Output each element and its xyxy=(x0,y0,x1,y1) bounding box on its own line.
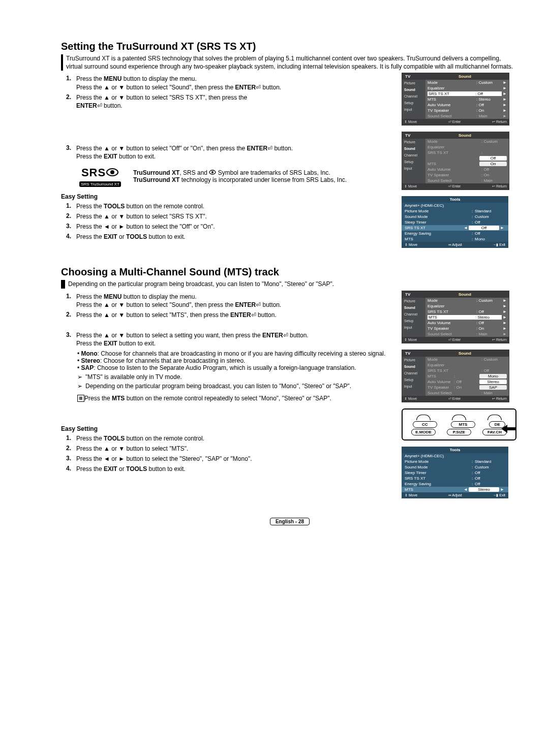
pointer-arrow-icon xyxy=(501,425,516,434)
section1-title: Setting the TruSurround XT (SRS TS XT) xyxy=(61,41,518,52)
note-icon: ➢ xyxy=(77,373,85,381)
step-text: Press the ◄ or ► button to select the "S… xyxy=(76,455,391,463)
section2-title: Choosing a Multi-Channel Sound (MTS) tra… xyxy=(61,266,518,278)
osd-sound-menu: TVSound PictureSound ChannelSetupInput M… xyxy=(402,73,509,125)
remote-psize-button: P.SIZE xyxy=(447,429,471,435)
step-text: Press the MENU button to display the men… xyxy=(76,293,391,309)
step-text: Press the MENU button to display the men… xyxy=(76,75,391,91)
osd-tools-menu: Tools Anynet+ (HDMI-CEC) Picture Mode:St… xyxy=(402,447,508,498)
osd-srs-submenu: TVSound PictureSound ChannelSetupInput M… xyxy=(402,132,509,190)
enter-icon: ⏎ xyxy=(283,332,288,339)
enter-icon: ⏎ xyxy=(267,145,272,152)
easy-setting-heading: Easy Setting xyxy=(61,193,391,200)
section1-intro: TruSurround XT is a patented SRS technol… xyxy=(66,54,518,71)
step-number: 2. xyxy=(66,212,76,220)
step-number: 3. xyxy=(66,331,76,348)
step-text: Press the TOOLS button on the remote con… xyxy=(76,434,391,443)
step-text: Press the ◄ or ► button to select the "O… xyxy=(76,223,391,231)
bullet-stereo: • Stereo: Choose for channels that are b… xyxy=(77,357,391,364)
remote-illustration: CC MTS DE E.MODE P.SIZE FAV.CH xyxy=(402,408,516,440)
step-number: 3. xyxy=(66,144,76,161)
easy-setting-heading: Easy Setting xyxy=(61,425,391,432)
remote-cc-button: CC xyxy=(413,421,437,428)
accent-bar xyxy=(61,280,65,288)
svg-point-3 xyxy=(211,171,214,173)
step-number: 1. xyxy=(66,434,76,443)
step-number: 2. xyxy=(66,311,76,319)
accent-bar xyxy=(61,54,63,71)
step-number: 3. xyxy=(66,223,76,231)
step-number: 4. xyxy=(66,465,76,473)
step-number: 2. xyxy=(66,445,76,453)
step-number: 1. xyxy=(66,202,76,210)
step-text: Press the EXIT or TOOLS button to exit. xyxy=(76,465,391,473)
step-text: Press the ▲ or ▼ button to select "SRS T… xyxy=(76,93,391,110)
osd-tools-menu: Tools Anynet+ (HDMI-CEC) Picture Mode:St… xyxy=(402,196,508,248)
step-text: Press the ▲ or ▼ button to select "MTS". xyxy=(76,445,391,453)
note-text: Depending on the particular program bein… xyxy=(85,383,391,390)
remote-emode-button: E.MODE xyxy=(411,429,436,435)
note-icon: ➢ xyxy=(77,383,85,390)
enter-icon: ⏎ xyxy=(97,102,102,109)
page-number: English - 28 xyxy=(270,518,310,525)
note-text: "MTS" is available only in TV mode. xyxy=(85,373,391,381)
step-text: Press the EXIT or TOOLS button to exit. xyxy=(76,233,391,241)
enter-icon: ⏎ xyxy=(256,301,261,308)
remote-mts-button: MTS xyxy=(451,421,475,428)
trademark-text: TruSurround XT, SRS and Symbol are trade… xyxy=(133,169,347,176)
step-number: 2. xyxy=(66,93,76,110)
bullet-mono: • Mono: Choose for channels that are bro… xyxy=(77,350,391,357)
step-number: 3. xyxy=(66,455,76,463)
step-text: Press the ▲ or ▼ button to select a sett… xyxy=(76,331,391,348)
section2-intro: Depending on the particular program bein… xyxy=(68,280,334,288)
enter-icon: ⏎ xyxy=(256,84,261,91)
osd-mts-submenu: TVSound PictureSound ChannelSetupInput M… xyxy=(402,350,509,402)
remote-note: Press the MTS button on the remote contr… xyxy=(84,395,391,402)
svg-point-1 xyxy=(110,170,114,174)
step-number: 1. xyxy=(66,293,76,309)
svg-marker-4 xyxy=(501,425,516,433)
srs-logo: SRS SRS TruSurround XT xyxy=(72,166,128,187)
remote-icon: ▦ xyxy=(77,395,84,402)
enter-icon: ⏎ xyxy=(251,311,256,319)
step-number: 1. xyxy=(66,75,76,91)
osd-sound-menu: TVSound PictureSound ChannelSetupInput M… xyxy=(402,291,509,343)
srs-symbol-icon xyxy=(209,169,216,176)
step-number: 4. xyxy=(66,233,76,241)
step-text: Press the ▲ or ▼ button to select "SRS T… xyxy=(76,212,391,220)
step-text: Press the ▲ or ▼ button to select "Off" … xyxy=(76,144,391,161)
step-text: Press the TOOLS button on the remote con… xyxy=(76,202,391,210)
step-text: Press the ▲ or ▼ button to select "MTS",… xyxy=(76,311,391,319)
bullet-sap: • SAP: Choose to listen to the Separate … xyxy=(77,364,391,371)
license-text: TruSurround XT technology is incorporate… xyxy=(133,176,347,183)
